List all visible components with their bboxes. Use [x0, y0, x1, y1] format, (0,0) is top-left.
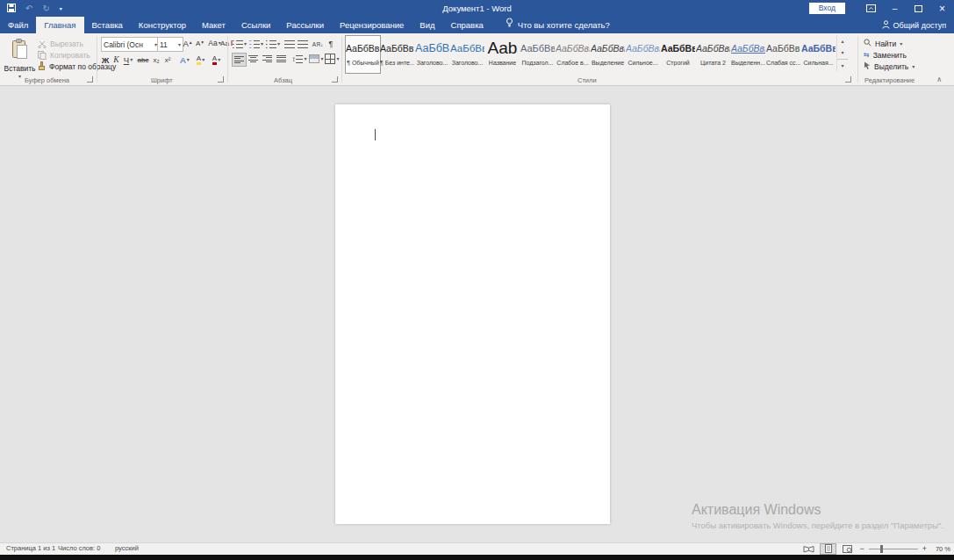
line-spacing-lines-icon: [296, 55, 303, 63]
align-center-button[interactable]: [247, 53, 260, 65]
group-separator: [227, 36, 228, 83]
title-bar: ↶ ↻ ▾ Документ1 - Word Вход – ×: [0, 0, 954, 17]
tell-me-box[interactable]: Что вы хотите сделать?: [497, 17, 619, 33]
select-button[interactable]: Выделить ▾: [864, 61, 915, 72]
highlight-color-button[interactable]: А▾: [193, 54, 208, 66]
style-heading2[interactable]: АаБбВвГ Заголово...: [450, 36, 484, 72]
style-name: Выделенн...: [731, 60, 765, 66]
clipboard-dialog-launcher-icon[interactable]: [87, 76, 93, 83]
borders-button[interactable]: ▾: [325, 53, 340, 65]
word-count-status[interactable]: Число слов: 0: [58, 543, 100, 554]
zoom-in-button[interactable]: +: [922, 544, 927, 553]
subscript-button[interactable]: х₂: [151, 54, 161, 66]
read-mode-button[interactable]: [801, 544, 816, 554]
justify-button[interactable]: [275, 53, 288, 65]
tab-review[interactable]: Рецензирование: [332, 17, 412, 33]
tab-file[interactable]: Файл: [0, 17, 36, 33]
close-button[interactable]: ×: [930, 0, 954, 17]
ribbon-display-options-icon[interactable]: [859, 0, 883, 17]
sort-button[interactable]: АЯ↓: [312, 38, 324, 50]
style-sample: АаБбВвГг,: [766, 36, 800, 59]
tab-references[interactable]: Ссылки: [233, 17, 278, 33]
numbering-button[interactable]: ▾: [248, 38, 264, 50]
style-intense-reference[interactable]: АаБбВвГг, Сильная...: [801, 36, 836, 72]
multilevel-list-icon: [266, 40, 276, 48]
text-effects-button[interactable]: А▾: [177, 54, 192, 66]
style-emphasis[interactable]: АаБбВвГг Выделение: [591, 36, 625, 72]
text-effects-dropdown-icon: ▾: [187, 57, 190, 62]
lightbulb-icon: [506, 17, 513, 33]
style-quote2[interactable]: АаБбВвГг Цитата 2: [696, 36, 730, 72]
page-count-status[interactable]: Страница 1 из 1: [6, 543, 55, 554]
bullets-button[interactable]: ▾: [232, 38, 247, 50]
tab-view[interactable]: Вид: [412, 17, 442, 33]
font-size-combobox[interactable]: 11 ▾: [157, 37, 183, 52]
bold-button[interactable]: Ж: [100, 54, 111, 66]
style-no-spacing[interactable]: АаБбВвГг, ¶ Без инте...: [380, 36, 414, 72]
document-page[interactable]: [335, 104, 610, 524]
style-subtle-reference[interactable]: АаБбВвГг, Слабая сс...: [766, 36, 800, 72]
clear-formatting-button[interactable]: Аа: [220, 37, 233, 49]
align-right-button[interactable]: [261, 53, 274, 65]
italic-button[interactable]: К: [111, 54, 121, 66]
restore-icon: [915, 5, 922, 12]
select-dropdown-icon: ▾: [912, 64, 915, 69]
style-heading1[interactable]: АаБбВ Заголово...: [415, 36, 449, 72]
superscript-button[interactable]: х²: [162, 54, 173, 66]
zoom-slider[interactable]: [869, 549, 918, 549]
increase-indent-button[interactable]: [297, 38, 309, 50]
grow-font-button[interactable]: А▴: [182, 37, 193, 49]
web-layout-button[interactable]: [840, 544, 855, 554]
grow-font-arrow-icon: ▴: [190, 40, 192, 46]
tab-layout[interactable]: Макет: [194, 17, 233, 33]
shading-button[interactable]: ▾: [309, 53, 324, 65]
align-center-icon: [248, 55, 258, 63]
style-intense-quote[interactable]: АаБбВвГг Выделенн...: [731, 36, 765, 72]
style-title[interactable]: Аab Название: [485, 36, 520, 72]
activation-watermark-subtitle: Чтобы активировать Windows, перейдите в …: [692, 521, 943, 530]
language-status[interactable]: русский: [115, 543, 139, 554]
styles-group-label: Стили: [577, 76, 597, 84]
font-name-combobox[interactable]: Calibri (Осн ▾: [101, 37, 160, 52]
font-color-button[interactable]: А▾: [209, 54, 224, 66]
styles-gallery-up-icon[interactable]: ▴: [836, 35, 848, 47]
style-subtle-emphasis[interactable]: АаБбВвГг Слабое в...: [556, 36, 590, 72]
tab-insert[interactable]: Вставка: [84, 17, 131, 33]
zoom-level[interactable]: 70 %: [931, 545, 950, 553]
styles-gallery-down-icon[interactable]: ▾: [836, 47, 848, 58]
print-layout-button[interactable]: [821, 544, 836, 554]
style-intense-emphasis[interactable]: АаБбВвГг Сильное...: [626, 36, 660, 72]
show-paragraph-marks-button[interactable]: ¶: [326, 38, 336, 50]
tab-mailings[interactable]: Рассылки: [278, 17, 332, 33]
style-strong[interactable]: АаБбВвГг, Строгий: [661, 36, 695, 72]
share-button[interactable]: Общий доступ: [882, 17, 946, 33]
line-spacing-button[interactable]: ↕▾: [291, 53, 308, 65]
style-normal[interactable]: АаБбВвГг, ¶ Обычный: [345, 35, 381, 74]
style-subtitle[interactable]: АаБбВвГ Подзагол...: [520, 36, 555, 72]
tab-design[interactable]: Конструктор: [131, 17, 194, 33]
styles-gallery-more-icon[interactable]: ▾: [836, 59, 848, 71]
style-name: Название: [485, 60, 520, 66]
multilevel-list-button[interactable]: ▾: [265, 38, 281, 50]
restore-button[interactable]: [907, 0, 930, 17]
underline-button[interactable]: Ч▾: [121, 54, 135, 66]
zoom-out-button[interactable]: −: [859, 544, 864, 553]
tab-help[interactable]: Справка: [443, 17, 491, 33]
styles-dialog-launcher-icon[interactable]: [845, 76, 851, 83]
paste-button[interactable]: Вставить ▾: [3, 35, 37, 83]
shrink-font-button[interactable]: А▾: [194, 37, 205, 49]
strikethrough-button[interactable]: abc: [136, 54, 150, 66]
tab-home[interactable]: Главная: [36, 17, 83, 33]
style-sample: АаБбВвГг: [696, 36, 730, 59]
align-left-button[interactable]: [232, 53, 247, 67]
zoom-slider-thumb[interactable]: [880, 545, 883, 553]
paragraph-dialog-launcher-icon[interactable]: [332, 76, 338, 83]
decrease-indent-button[interactable]: [283, 38, 296, 50]
font-dialog-launcher-icon[interactable]: [218, 76, 224, 83]
minimize-button[interactable]: –: [883, 0, 907, 17]
find-button[interactable]: Найти ▾: [864, 38, 902, 49]
collapse-ribbon-icon[interactable]: ∧: [936, 75, 942, 83]
sign-in-button[interactable]: Вход: [809, 3, 845, 14]
replace-button[interactable]: ⇆ Заменить: [864, 49, 907, 61]
group-separator: [341, 36, 342, 83]
